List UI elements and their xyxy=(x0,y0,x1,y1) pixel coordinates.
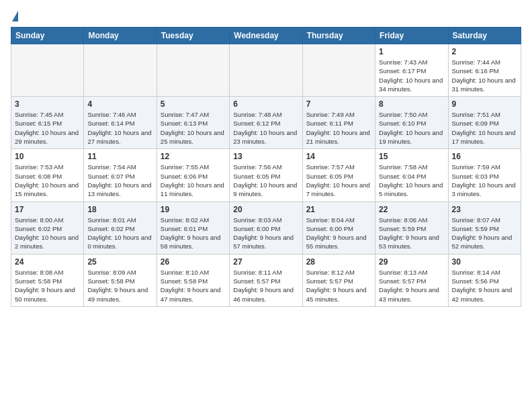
day-number: 1 xyxy=(379,47,444,56)
calendar-day-cell: 19Sunrise: 8:02 AM Sunset: 6:01 PM Dayli… xyxy=(157,201,229,254)
day-number: 8 xyxy=(379,99,444,109)
weekday-header-saturday: Saturday xyxy=(448,28,521,44)
calendar-week-4: 24Sunrise: 8:08 AM Sunset: 5:58 PM Dayli… xyxy=(11,254,521,306)
day-info: Sunrise: 8:10 AM Sunset: 5:58 PM Dayligh… xyxy=(161,268,226,304)
day-info: Sunrise: 8:00 AM Sunset: 6:02 PM Dayligh… xyxy=(15,216,80,251)
calendar-day-cell: 14Sunrise: 7:57 AM Sunset: 6:05 PM Dayli… xyxy=(302,149,375,201)
logo-triangle-icon xyxy=(12,11,18,21)
weekday-header-tuesday: Tuesday xyxy=(157,28,229,44)
calendar-week-2: 10Sunrise: 7:53 AM Sunset: 6:08 PM Dayli… xyxy=(11,149,521,201)
day-info: Sunrise: 7:46 AM Sunset: 6:14 PM Dayligh… xyxy=(87,110,152,146)
calendar-day-cell: 29Sunrise: 8:13 AM Sunset: 5:57 PM Dayli… xyxy=(375,254,448,306)
calendar-day-cell: 30Sunrise: 8:14 AM Sunset: 5:56 PM Dayli… xyxy=(448,254,521,306)
calendar-day-cell: 7Sunrise: 7:49 AM Sunset: 6:11 PM Daylig… xyxy=(302,97,375,149)
calendar-day-cell: 1Sunrise: 7:43 AM Sunset: 6:17 PM Daylig… xyxy=(375,44,448,97)
day-info: Sunrise: 7:55 AM Sunset: 6:06 PM Dayligh… xyxy=(161,163,226,198)
calendar-day-cell xyxy=(11,44,84,97)
calendar-day-cell: 16Sunrise: 7:59 AM Sunset: 6:03 PM Dayli… xyxy=(448,149,521,201)
day-number: 4 xyxy=(87,99,152,109)
day-info: Sunrise: 8:03 AM Sunset: 6:00 PM Dayligh… xyxy=(233,216,298,251)
calendar-day-cell: 18Sunrise: 8:01 AM Sunset: 6:02 PM Dayli… xyxy=(84,201,157,254)
day-info: Sunrise: 7:56 AM Sunset: 6:05 PM Dayligh… xyxy=(233,163,298,198)
day-info: Sunrise: 8:14 AM Sunset: 5:56 PM Dayligh… xyxy=(452,268,517,304)
calendar-day-cell: 6Sunrise: 7:48 AM Sunset: 6:12 PM Daylig… xyxy=(230,97,302,149)
day-number: 17 xyxy=(15,205,80,214)
calendar-day-cell: 27Sunrise: 8:11 AM Sunset: 5:57 PM Dayli… xyxy=(230,254,302,306)
day-info: Sunrise: 8:09 AM Sunset: 5:58 PM Dayligh… xyxy=(87,268,152,304)
calendar-day-cell: 25Sunrise: 8:09 AM Sunset: 5:58 PM Dayli… xyxy=(84,254,157,306)
day-info: Sunrise: 8:13 AM Sunset: 5:57 PM Dayligh… xyxy=(379,268,444,304)
day-number: 5 xyxy=(161,99,226,109)
calendar-day-cell: 12Sunrise: 7:55 AM Sunset: 6:06 PM Dayli… xyxy=(157,149,229,201)
weekday-header-friday: Friday xyxy=(375,28,448,44)
day-info: Sunrise: 7:59 AM Sunset: 6:03 PM Dayligh… xyxy=(452,163,517,198)
day-number: 28 xyxy=(306,257,371,267)
day-info: Sunrise: 8:08 AM Sunset: 5:58 PM Dayligh… xyxy=(15,268,80,304)
calendar-day-cell: 10Sunrise: 7:53 AM Sunset: 6:08 PM Dayli… xyxy=(11,149,84,201)
day-number: 19 xyxy=(161,205,226,214)
day-number: 30 xyxy=(452,257,517,267)
day-info: Sunrise: 7:47 AM Sunset: 6:13 PM Dayligh… xyxy=(161,110,226,146)
day-number: 2 xyxy=(452,47,517,56)
day-number: 9 xyxy=(452,99,517,109)
day-info: Sunrise: 7:43 AM Sunset: 6:17 PM Dayligh… xyxy=(379,58,444,93)
day-number: 13 xyxy=(233,152,298,161)
calendar-day-cell: 24Sunrise: 8:08 AM Sunset: 5:58 PM Dayli… xyxy=(11,254,84,306)
day-info: Sunrise: 7:44 AM Sunset: 6:16 PM Dayligh… xyxy=(452,58,517,93)
calendar-week-1: 3Sunrise: 7:45 AM Sunset: 6:15 PM Daylig… xyxy=(11,97,521,149)
calendar-day-cell: 4Sunrise: 7:46 AM Sunset: 6:14 PM Daylig… xyxy=(84,97,157,149)
calendar-day-cell: 20Sunrise: 8:03 AM Sunset: 6:00 PM Dayli… xyxy=(230,201,302,254)
calendar-day-cell: 17Sunrise: 8:00 AM Sunset: 6:02 PM Dayli… xyxy=(11,201,84,254)
day-number: 11 xyxy=(87,152,152,161)
calendar-day-cell: 11Sunrise: 7:54 AM Sunset: 6:07 PM Dayli… xyxy=(84,149,157,201)
calendar-day-cell xyxy=(302,44,375,97)
calendar-week-3: 17Sunrise: 8:00 AM Sunset: 6:02 PM Dayli… xyxy=(11,201,521,254)
day-info: Sunrise: 7:57 AM Sunset: 6:05 PM Dayligh… xyxy=(306,163,371,198)
day-number: 21 xyxy=(306,205,371,214)
day-number: 10 xyxy=(15,152,80,161)
day-info: Sunrise: 7:49 AM Sunset: 6:11 PM Dayligh… xyxy=(306,110,371,146)
calendar-day-cell: 5Sunrise: 7:47 AM Sunset: 6:13 PM Daylig… xyxy=(157,97,229,149)
day-info: Sunrise: 8:11 AM Sunset: 5:57 PM Dayligh… xyxy=(233,268,298,304)
weekday-header-monday: Monday xyxy=(84,28,157,44)
day-info: Sunrise: 7:51 AM Sunset: 6:09 PM Dayligh… xyxy=(452,110,517,146)
day-number: 18 xyxy=(87,205,152,214)
day-number: 16 xyxy=(452,152,517,161)
day-number: 27 xyxy=(233,257,298,267)
day-number: 20 xyxy=(233,205,298,214)
header xyxy=(11,11,521,21)
day-info: Sunrise: 7:54 AM Sunset: 6:07 PM Dayligh… xyxy=(87,163,152,198)
day-number: 7 xyxy=(306,99,371,109)
calendar-day-cell: 26Sunrise: 8:10 AM Sunset: 5:58 PM Dayli… xyxy=(157,254,229,306)
day-number: 24 xyxy=(15,257,80,267)
day-info: Sunrise: 8:07 AM Sunset: 5:59 PM Dayligh… xyxy=(452,216,517,251)
calendar-week-0: 1Sunrise: 7:43 AM Sunset: 6:17 PM Daylig… xyxy=(11,44,521,97)
day-info: Sunrise: 7:53 AM Sunset: 6:08 PM Dayligh… xyxy=(15,163,80,198)
day-info: Sunrise: 7:58 AM Sunset: 6:04 PM Dayligh… xyxy=(379,163,444,198)
calendar-day-cell: 23Sunrise: 8:07 AM Sunset: 5:59 PM Dayli… xyxy=(448,201,521,254)
calendar-day-cell xyxy=(84,44,157,97)
day-info: Sunrise: 8:02 AM Sunset: 6:01 PM Dayligh… xyxy=(161,216,226,251)
calendar-day-cell xyxy=(230,44,302,97)
calendar-day-cell: 2Sunrise: 7:44 AM Sunset: 6:16 PM Daylig… xyxy=(448,44,521,97)
day-info: Sunrise: 7:48 AM Sunset: 6:12 PM Dayligh… xyxy=(233,110,298,146)
day-info: Sunrise: 8:04 AM Sunset: 6:00 PM Dayligh… xyxy=(306,216,371,251)
day-number: 15 xyxy=(379,152,444,161)
day-number: 25 xyxy=(87,257,152,267)
day-number: 22 xyxy=(379,205,444,214)
weekday-header-row: SundayMondayTuesdayWednesdayThursdayFrid… xyxy=(11,28,521,44)
day-info: Sunrise: 7:45 AM Sunset: 6:15 PM Dayligh… xyxy=(15,110,80,146)
weekday-header-thursday: Thursday xyxy=(302,28,375,44)
calendar-day-cell: 3Sunrise: 7:45 AM Sunset: 6:15 PM Daylig… xyxy=(11,97,84,149)
calendar-day-cell: 15Sunrise: 7:58 AM Sunset: 6:04 PM Dayli… xyxy=(375,149,448,201)
day-number: 6 xyxy=(233,99,298,109)
calendar-day-cell: 9Sunrise: 7:51 AM Sunset: 6:09 PM Daylig… xyxy=(448,97,521,149)
day-info: Sunrise: 8:12 AM Sunset: 5:57 PM Dayligh… xyxy=(306,268,371,304)
day-number: 3 xyxy=(15,99,80,109)
day-number: 12 xyxy=(161,152,226,161)
weekday-header-sunday: Sunday xyxy=(11,28,84,44)
weekday-header-wednesday: Wednesday xyxy=(230,28,302,44)
calendar-day-cell xyxy=(157,44,229,97)
calendar-day-cell: 21Sunrise: 8:04 AM Sunset: 6:00 PM Dayli… xyxy=(302,201,375,254)
day-number: 14 xyxy=(306,152,371,161)
